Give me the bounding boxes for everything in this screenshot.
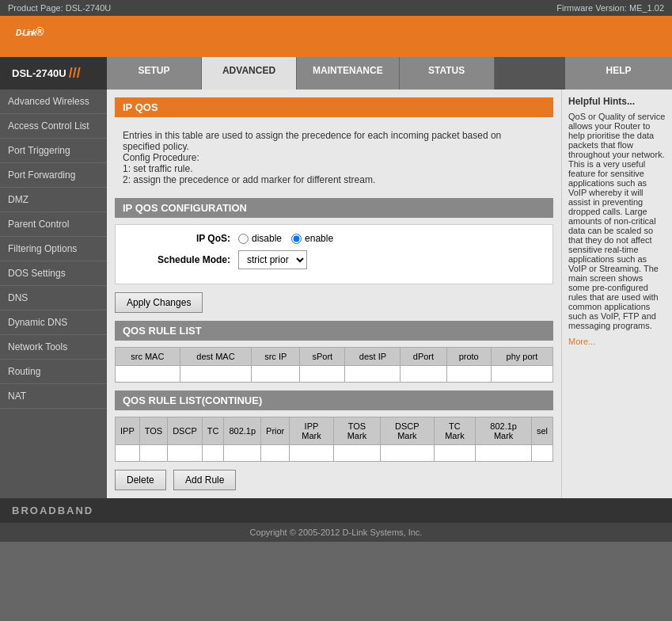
- disable-radio-label[interactable]: disable: [238, 233, 282, 244]
- config-proc: Config Procedure:: [123, 152, 199, 163]
- desc-line2: specified policy.: [123, 141, 189, 152]
- enable-label: enable: [305, 233, 333, 244]
- schedule-mode-value: strict prior WRR: [238, 250, 307, 269]
- sidebar-item-port-forwarding[interactable]: Port Forwarding: [0, 163, 107, 188]
- logo: D-Link®: [16, 24, 43, 49]
- table2-empty-row: [116, 445, 553, 462]
- add-rule-button[interactable]: Add Rule: [173, 470, 236, 490]
- sidebar-item-advanced-wireless[interactable]: Advanced Wireless: [0, 90, 107, 114]
- tab-advanced[interactable]: ADVANCED: [202, 57, 297, 90]
- apply-changes-button[interactable]: Apply Changes: [115, 292, 203, 313]
- help-panel: Helpful Hints... QoS or Quality of servi…: [561, 90, 672, 498]
- sidebar-item-nat[interactable]: NAT: [0, 384, 107, 409]
- disable-radio[interactable]: [238, 234, 249, 244]
- sidebar-item-port-triggering[interactable]: Port Triggering: [0, 139, 107, 163]
- disable-label: disable: [252, 233, 282, 244]
- col-dscp: DSCP: [168, 417, 203, 445]
- main-layout: Advanced Wireless Access Control List Po…: [0, 90, 672, 498]
- schedule-mode-label: Schedule Mode:: [127, 254, 238, 265]
- step2: 2: assign the precedence or add marker f…: [123, 174, 375, 185]
- nav-slash: ///: [69, 65, 81, 82]
- sidebar: Advanced Wireless Access Control List Po…: [0, 90, 107, 498]
- table2-header-row: IPP TOS DSCP TC 802.1p Prior IPP Mark TO…: [116, 417, 553, 445]
- tab-help[interactable]: HELP: [565, 57, 672, 90]
- ip-qos-value: disable enable: [238, 233, 333, 244]
- help-text: QoS or Quality of service allows your Ro…: [568, 112, 666, 330]
- col-prior: Prior: [261, 417, 290, 445]
- firmware-label: Firmware Version: ME_1.02: [556, 3, 664, 13]
- help-more-link[interactable]: More...: [568, 337, 666, 346]
- ip-qos-row: IP QoS: disable enable: [127, 233, 541, 244]
- sidebar-item-dos[interactable]: DOS Settings: [0, 261, 107, 286]
- col-tos: TOS: [139, 417, 167, 445]
- delete-button[interactable]: Delete: [115, 470, 166, 490]
- product-label: Product Page: DSL-2740U: [8, 3, 111, 13]
- col-tc: TC: [202, 417, 224, 445]
- qos-rule-table: src MAC dest MAC src IP sPort dest IP dP…: [115, 347, 553, 383]
- col-sport: sPort: [300, 348, 345, 366]
- content-area: IP QOS Entries in this table are used to…: [107, 90, 561, 498]
- sidebar-item-routing[interactable]: Routing: [0, 360, 107, 384]
- broadband-label: BROADBAND: [12, 505, 93, 516]
- sidebar-item-parent-control[interactable]: Parent Control: [0, 212, 107, 237]
- sidebar-item-access-control[interactable]: Access Control List: [0, 114, 107, 139]
- help-title: Helpful Hints...: [568, 96, 666, 107]
- col-dest-ip: dest IP: [345, 348, 401, 366]
- enable-radio[interactable]: [291, 234, 302, 244]
- table1-empty-row: [116, 366, 553, 383]
- bottom-brand: BROADBAND: [0, 498, 672, 523]
- config-section-header: IP QOS CONFIGURATION: [115, 198, 553, 218]
- col-ipp: IPP: [116, 417, 140, 445]
- page-title: IP QOS: [115, 97, 553, 117]
- tab-setup[interactable]: SETUP: [107, 57, 202, 90]
- sidebar-item-network-tools[interactable]: Network Tools: [0, 335, 107, 360]
- footer: Copyright © 2005-2012 D-Link Systems, In…: [0, 523, 672, 542]
- col-src-ip: src IP: [252, 348, 300, 366]
- copyright: Copyright © 2005-2012 D-Link Systems, In…: [250, 528, 423, 537]
- col-sel: sel: [531, 417, 552, 445]
- col-802-1p-mark: 802.1p Mark: [476, 417, 532, 445]
- qos-rule-continue-header: QOS RULE LIST(CONTINUE): [115, 391, 553, 410]
- col-802-1p: 802.1p: [224, 417, 261, 445]
- sidebar-item-filtering[interactable]: Filtering Options: [0, 237, 107, 261]
- col-dscp-mark: DSCP Mark: [381, 417, 434, 445]
- ip-qos-label: IP QoS:: [127, 233, 238, 244]
- header: D-Link®: [0, 16, 672, 57]
- col-tos-mark: TOS Mark: [333, 417, 381, 445]
- schedule-mode-select[interactable]: strict prior WRR: [238, 250, 307, 269]
- col-src-mac: src MAC: [116, 348, 180, 366]
- col-tc-mark: TC Mark: [434, 417, 476, 445]
- tab-maintenance[interactable]: MAINTENANCE: [297, 57, 400, 90]
- qos-rule-list-header: QOS RULE LIST: [115, 321, 553, 341]
- sidebar-item-dmz[interactable]: DMZ: [0, 188, 107, 212]
- sidebar-item-dns[interactable]: DNS: [0, 286, 107, 310]
- col-phy-port: phy port: [491, 348, 552, 366]
- enable-radio-label[interactable]: enable: [291, 233, 333, 244]
- col-dport: dPort: [401, 348, 446, 366]
- tab-status[interactable]: STATUS: [400, 57, 495, 90]
- desc-line1: Entries in this table are used to assign…: [123, 130, 501, 141]
- description: Entries in this table are used to assign…: [115, 124, 553, 192]
- table-buttons: Delete Add Rule: [115, 470, 553, 490]
- step1: 1: set traffic rule.: [123, 163, 192, 174]
- qos-rule-continue-table: IPP TOS DSCP TC 802.1p Prior IPP Mark TO…: [115, 417, 553, 462]
- sidebar-item-dynamic-dns[interactable]: Dynamic DNS: [0, 310, 107, 335]
- config-section: IP QoS: disable enable: [115, 224, 553, 284]
- col-dest-mac: dest MAC: [180, 348, 252, 366]
- top-bar: Product Page: DSL-2740U Firmware Version…: [0, 0, 672, 16]
- col-proto: proto: [446, 348, 491, 366]
- schedule-mode-row: Schedule Mode: strict prior WRR: [127, 250, 541, 269]
- device-name: DSL-2740U ///: [0, 57, 107, 90]
- table1-header-row: src MAC dest MAC src IP sPort dest IP dP…: [116, 348, 553, 366]
- apply-changes-container: Apply Changes: [115, 292, 553, 313]
- ip-qos-radio-group: disable enable: [238, 233, 333, 244]
- nav-tabs: DSL-2740U /// SETUP ADVANCED MAINTENANCE…: [0, 57, 672, 90]
- col-ipp-mark: IPP Mark: [290, 417, 333, 445]
